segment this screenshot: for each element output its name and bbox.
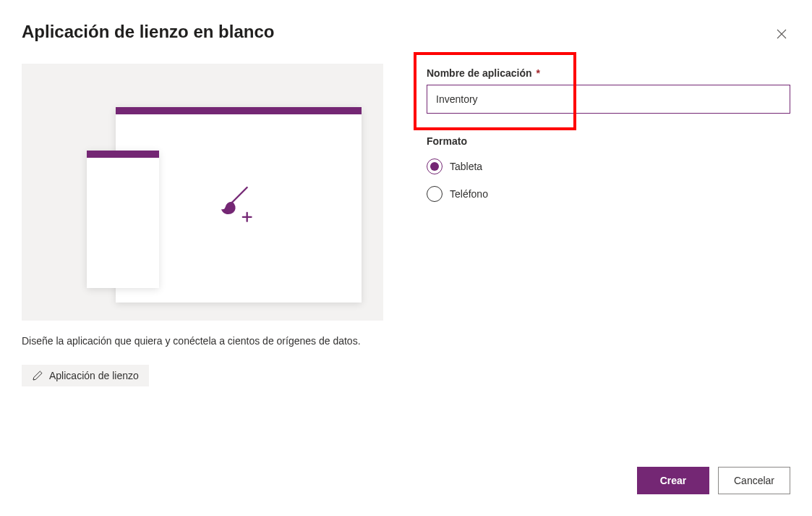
close-icon bbox=[775, 28, 788, 41]
required-asterisk: * bbox=[536, 67, 539, 79]
format-label: Formato bbox=[427, 135, 790, 147]
radio-label-tablet: Tableta bbox=[450, 161, 482, 172]
phone-preview-shape bbox=[87, 151, 159, 288]
app-name-label: Nombre de aplicación * bbox=[427, 67, 790, 79]
chip-label: Aplicación de lienzo bbox=[49, 370, 139, 381]
app-name-input[interactable] bbox=[427, 85, 790, 114]
pencil-icon bbox=[32, 370, 43, 381]
create-button[interactable]: Crear bbox=[637, 467, 709, 494]
radio-icon-selected bbox=[427, 158, 443, 174]
radio-label-phone: Teléfono bbox=[450, 188, 488, 200]
blank-canvas-app-dialog: Aplicación de lienzo en blanco bbox=[0, 0, 812, 516]
dialog-content: Diseñe la aplicación que quiera y conéct… bbox=[22, 64, 790, 386]
right-column: Nombre de aplicación * Formato Tableta T… bbox=[427, 64, 790, 386]
left-column: Diseñe la aplicación que quiera y conéct… bbox=[22, 64, 383, 386]
format-option-phone[interactable]: Teléfono bbox=[427, 186, 790, 202]
cancel-button[interactable]: Cancelar bbox=[718, 467, 790, 494]
dialog-footer: Crear Cancelar bbox=[637, 467, 790, 494]
format-option-tablet[interactable]: Tableta bbox=[427, 158, 790, 174]
dialog-description: Diseñe la aplicación que quiera y conéct… bbox=[22, 334, 383, 349]
brush-plus-icon bbox=[218, 182, 259, 226]
radio-icon-unselected bbox=[427, 186, 443, 202]
preview-illustration bbox=[22, 64, 383, 321]
app-type-chip: Aplicación de lienzo bbox=[22, 365, 149, 386]
dialog-title: Aplicación de lienzo en blanco bbox=[22, 22, 790, 42]
close-button[interactable] bbox=[773, 25, 790, 43]
